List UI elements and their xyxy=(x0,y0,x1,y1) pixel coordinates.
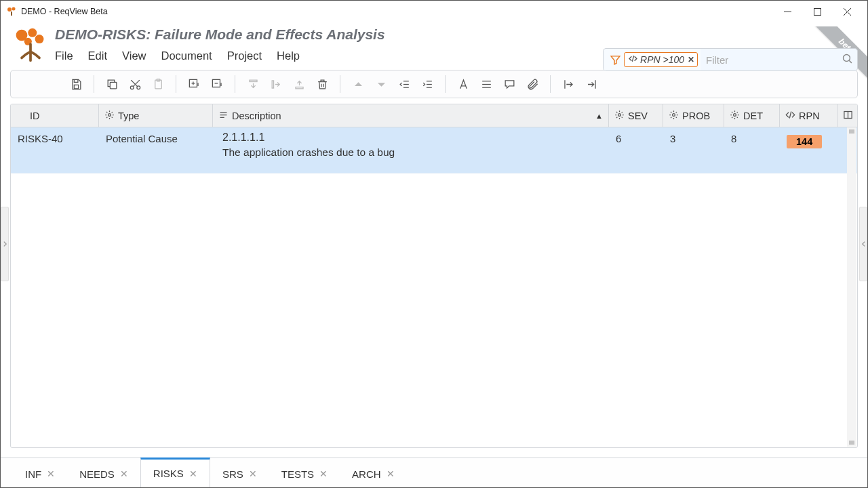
cell-type: Potential Cause xyxy=(99,127,213,173)
cell-rpn: 144 xyxy=(780,127,838,173)
table: ID Type Description▲ SEV PROB DET RPN RI… xyxy=(10,104,858,448)
close-button[interactable] xyxy=(832,1,862,22)
minimize-button[interactable] xyxy=(772,1,802,22)
outdent-button[interactable] xyxy=(393,73,415,95)
tab-tests[interactable]: TESTS✕ xyxy=(269,458,340,487)
text-format-button[interactable] xyxy=(452,73,474,95)
document-title: DEMO-RISKS: Failure Mode and Effects Ana… xyxy=(55,26,858,43)
scrollbar[interactable] xyxy=(847,127,856,447)
menu-document[interactable]: Document xyxy=(161,49,212,62)
svg-point-48 xyxy=(673,113,675,116)
svg-point-0 xyxy=(7,7,12,12)
comment-button[interactable] xyxy=(498,73,520,95)
column-prob[interactable]: PROB xyxy=(663,104,724,127)
paste-button[interactable] xyxy=(147,73,169,95)
indent-button[interactable] xyxy=(416,73,438,95)
columns-icon xyxy=(843,110,853,122)
svg-rect-29 xyxy=(295,87,302,88)
svg-point-47 xyxy=(618,113,621,116)
column-det[interactable]: DET xyxy=(724,104,780,127)
toolbar xyxy=(10,70,858,98)
svg-point-43 xyxy=(108,113,111,116)
column-rpn[interactable]: RPN xyxy=(780,104,838,127)
add-button[interactable] xyxy=(183,73,205,95)
move-right-icon[interactable] xyxy=(265,73,287,95)
cell-id: RISKS-40 xyxy=(11,127,99,173)
document-tabs: INF✕ NEEDS✕ RISKS✕ SRS✕ TESTS✕ ARCH✕ xyxy=(1,458,867,487)
tab-arch[interactable]: ARCH✕ xyxy=(340,458,407,487)
svg-point-8 xyxy=(28,28,37,37)
filter-chip-label: RPN >100 xyxy=(640,54,684,65)
move-down-icon[interactable] xyxy=(242,73,264,95)
save-button[interactable] xyxy=(65,73,87,95)
column-sev[interactable]: SEV xyxy=(609,104,663,127)
delete-button[interactable] xyxy=(311,73,333,95)
arrow-up-icon[interactable] xyxy=(347,73,369,95)
funnel-icon[interactable] xyxy=(606,54,624,66)
column-description[interactable]: Description▲ xyxy=(213,104,609,127)
app-icon xyxy=(6,6,17,17)
filter-chip[interactable]: RPN >100 ✕ xyxy=(624,52,698,67)
move-up-icon[interactable] xyxy=(288,73,310,95)
gear-icon xyxy=(614,110,625,122)
filter-input[interactable] xyxy=(706,54,842,66)
header: DEMO-RISKS: Failure Mode and Effects Ana… xyxy=(1,22,867,67)
column-config[interactable] xyxy=(838,104,857,127)
gear-icon xyxy=(730,110,740,122)
column-id[interactable]: ID xyxy=(11,104,99,127)
tab-inf[interactable]: INF✕ xyxy=(13,458,67,487)
close-icon[interactable]: ✕ xyxy=(387,468,395,479)
menu-file[interactable]: File xyxy=(55,49,73,62)
close-icon[interactable]: ✕ xyxy=(249,468,257,479)
tab-needs[interactable]: NEEDS✕ xyxy=(67,458,140,487)
close-icon[interactable]: ✕ xyxy=(47,468,55,479)
code-icon xyxy=(785,110,795,122)
menu-view[interactable]: View xyxy=(122,49,146,62)
menu-edit[interactable]: Edit xyxy=(88,49,107,62)
svg-rect-27 xyxy=(249,80,256,81)
menu-project[interactable]: Project xyxy=(227,49,262,62)
table-row[interactable]: RISKS-40 Potential Cause 2.1.1.1.1 The a… xyxy=(11,127,857,174)
gear-icon xyxy=(669,110,679,122)
link-in-icon[interactable] xyxy=(580,73,602,95)
menu-help[interactable]: Help xyxy=(277,49,300,62)
close-icon[interactable]: ✕ xyxy=(189,468,197,479)
cell-sev: 6 xyxy=(609,127,663,173)
svg-line-13 xyxy=(849,60,852,63)
maximize-button[interactable] xyxy=(802,1,832,22)
chip-remove-icon[interactable]: ✕ xyxy=(688,55,694,64)
filter-chip-container: RPN >100 ✕ xyxy=(603,48,701,71)
window-title: DEMO - ReqView Beta xyxy=(21,7,772,16)
svg-rect-14 xyxy=(74,85,78,89)
link-out-icon[interactable] xyxy=(557,73,579,95)
tab-srs[interactable]: SRS✕ xyxy=(210,458,269,487)
cell-det: 8 xyxy=(724,127,780,173)
titlebar: DEMO - ReqView Beta xyxy=(1,1,867,22)
svg-line-50 xyxy=(789,111,791,118)
filter-area: RPN >100 ✕ xyxy=(603,48,858,71)
cut-button[interactable] xyxy=(124,73,146,95)
svg-point-49 xyxy=(734,113,736,116)
tab-risks[interactable]: RISKS✕ xyxy=(140,458,210,487)
right-splitter[interactable] xyxy=(859,207,867,281)
asterisk-icon xyxy=(16,110,26,122)
remove-button[interactable] xyxy=(206,73,228,95)
filter-input-wrap xyxy=(701,48,858,71)
arrow-down-icon[interactable] xyxy=(370,73,392,95)
column-type[interactable]: Type xyxy=(99,104,213,127)
close-icon[interactable]: ✕ xyxy=(120,468,128,479)
copy-button[interactable] xyxy=(101,73,123,95)
code-icon xyxy=(628,54,638,65)
align-button[interactable] xyxy=(475,73,497,95)
svg-rect-28 xyxy=(272,80,273,87)
svg-rect-2 xyxy=(11,12,12,16)
sort-caret-icon: ▲ xyxy=(595,112,603,120)
attach-button[interactable] xyxy=(521,73,543,95)
cell-prob: 3 xyxy=(663,127,724,173)
table-body: RISKS-40 Potential Cause 2.1.1.1.1 The a… xyxy=(11,127,857,174)
svg-point-1 xyxy=(12,7,16,11)
close-icon[interactable]: ✕ xyxy=(319,468,328,479)
search-icon[interactable] xyxy=(842,53,853,66)
svg-point-9 xyxy=(35,35,44,43)
left-splitter[interactable] xyxy=(1,207,9,281)
